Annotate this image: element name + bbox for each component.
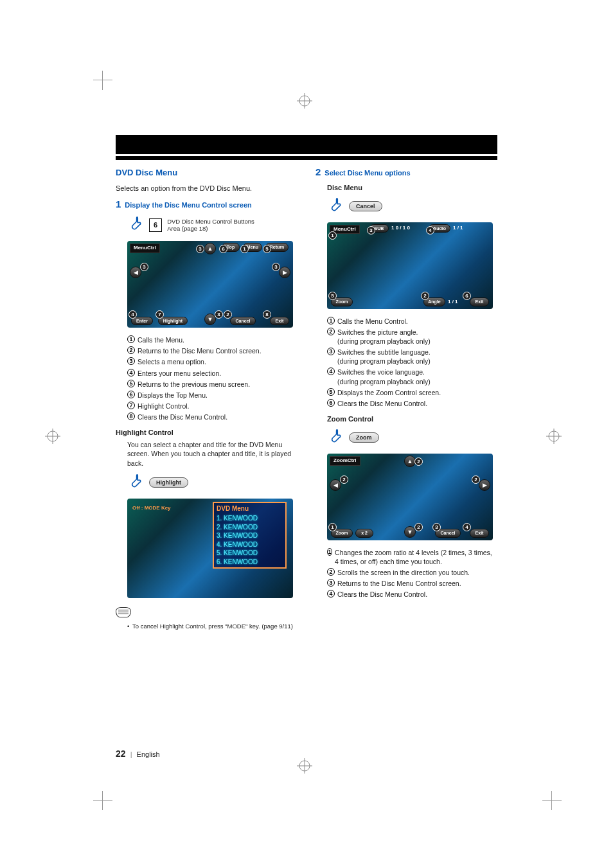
exit-button[interactable]: Exit <box>270 317 289 325</box>
dvd-menu-item[interactable]: 6. KENWOOD <box>217 558 283 567</box>
callout-2d: 2 <box>414 523 423 531</box>
legend-text: Highlight Control. <box>138 402 190 411</box>
legend-text: Selects a menu option. <box>138 357 206 366</box>
callout-1: 1 <box>328 231 337 240</box>
arrow-left-icon[interactable]: ◀ <box>330 479 341 491</box>
legend-text: Returns to the previous menu screen. <box>138 380 250 389</box>
dvd-menu-item[interactable]: 4. KENWOOD <box>217 540 283 549</box>
legend-num: 1 <box>327 548 332 556</box>
callout-4: 4 <box>463 523 471 531</box>
touch-hand-icon <box>327 428 344 447</box>
legend-text: Enters your menu selection. <box>138 369 221 378</box>
legend-num: 4 <box>127 369 135 376</box>
legend-sub: (during program playback only) <box>337 337 431 345</box>
callout-2: 2 <box>224 310 232 319</box>
callout-3c: 3 <box>272 263 280 271</box>
exit-button[interactable]: Exit <box>470 529 489 537</box>
touch-caption: DVD Disc Menu Control Buttons Area (page… <box>167 218 263 233</box>
exit-button[interactable]: Exit <box>470 297 489 306</box>
legend-num: 6 <box>327 399 335 407</box>
dvd-menu-overlay: DVD Menu 1. KENWOOD 2. KENWOOD 3. KENWOO… <box>213 502 287 569</box>
step-text: Select Disc Menu options <box>324 167 410 178</box>
dvd-menu-item[interactable]: 5. KENWOOD <box>217 549 283 558</box>
legend-num: 4 <box>327 368 335 375</box>
legend-num: 4 <box>327 590 335 598</box>
zoomctrl-tag: ZoomCtrl <box>330 456 360 466</box>
legend-num: 7 <box>127 402 135 409</box>
discmenu-legend: 1Calls the Menu Control. 2Switches the p… <box>327 317 497 409</box>
note-icon <box>116 607 131 617</box>
callout-4: 4 <box>426 226 434 235</box>
dvd-menu-item[interactable]: 2. KENWOOD <box>217 523 283 532</box>
header-bar-thick <box>116 135 497 154</box>
note-list: To cancel Highlight Control, press "MODE… <box>127 623 298 631</box>
callout-1: 1 <box>240 245 249 253</box>
callout-2: 2 <box>414 457 423 466</box>
touch-hand-icon <box>127 215 144 235</box>
legend-text: Switches the subtitle language. <box>337 348 431 356</box>
callout-3: 3 <box>432 523 441 531</box>
callout-3b: 3 <box>140 263 148 271</box>
zoom-head: Zoom Control <box>327 414 497 424</box>
dvd-menu-title: DVD Menu <box>217 504 283 513</box>
callout-8: 8 <box>263 310 271 319</box>
mode-label: Off : MODE Key <box>132 505 171 512</box>
menuctrl-screenshot: MenuCtrl ▲ 3 Top 6 Menu 1 Return 5 ◀ 3 ▶… <box>127 241 293 328</box>
step-1: 1 Display the Disc Menu Control screen <box>116 199 298 210</box>
step-number: 1 <box>116 199 121 209</box>
dvd-menu-item[interactable]: 1. KENWOOD <box>217 514 283 523</box>
cancel-button[interactable]: Cancel <box>230 317 256 325</box>
callout-2: 2 <box>421 292 429 300</box>
legend-num: 5 <box>127 380 135 387</box>
callout-3d: 3 <box>215 310 223 319</box>
legend-text: Displays the Top Menu. <box>138 391 208 400</box>
touch-hand-icon <box>127 473 144 492</box>
legend-text: Returns to the Disc Menu Control screen. <box>138 346 262 355</box>
audio-value: 1 / 1 <box>453 225 463 232</box>
page-number: 22 <box>116 748 126 759</box>
arrow-right-icon[interactable]: ▶ <box>279 267 290 278</box>
sub-value: 1 0 / 1 0 <box>391 225 410 232</box>
legend-text: Calls the Menu Control. <box>337 317 408 326</box>
legend-num: 3 <box>327 579 335 587</box>
legend-text: Changes the zoom ratio at 4 levels (2 ti… <box>335 548 497 566</box>
zoom-pill-button[interactable]: Zoom <box>349 432 379 443</box>
callout-5: 5 <box>263 245 271 253</box>
touch-area-keycap: 6 <box>149 218 162 232</box>
zoom-value[interactable]: x 2 <box>355 529 373 537</box>
callout-1: 1 <box>328 523 337 531</box>
legend-text: Switches the picture angle. <box>337 328 418 336</box>
page-footer: 22 | English <box>116 748 160 759</box>
callout-3: 3 <box>367 226 375 235</box>
cancel-pill-button[interactable]: Cancel <box>349 201 382 211</box>
arrow-left-icon[interactable]: ◀ <box>130 267 141 278</box>
highlight-pill-button[interactable]: Highlight <box>149 477 188 488</box>
reg-mark-right <box>546 429 562 444</box>
discmenu-head: Disc Menu <box>327 183 497 193</box>
legend-text: Displays the Zoom Control screen. <box>337 388 441 397</box>
legend-sub: (during program playback only) <box>337 357 431 365</box>
touch-hand-icon <box>327 197 344 216</box>
arrow-up-icon[interactable]: ▲ <box>204 243 216 254</box>
legend-num: 8 <box>127 412 135 420</box>
step-number: 2 <box>315 167 321 177</box>
reg-mark-top <box>297 93 312 109</box>
legend-num: 1 <box>327 317 335 324</box>
callout-3: 3 <box>196 245 204 253</box>
legend-num: 2 <box>127 346 135 354</box>
highlight-head: Highlight Control <box>116 428 298 438</box>
callout-6: 6 <box>219 245 227 253</box>
highlight-button[interactable]: Highlight <box>158 317 188 325</box>
callout-7: 7 <box>155 310 164 319</box>
arrow-right-icon[interactable]: ▶ <box>479 479 490 491</box>
dvd-menu-item[interactable]: 3. KENWOOD <box>217 531 283 540</box>
crop-mark <box>93 791 112 810</box>
legend-text: Returns to the Disc Menu Control screen. <box>337 579 461 588</box>
zoom-legend: 1Changes the zoom ratio at 4 levels (2 t… <box>327 548 497 599</box>
legend-num: 5 <box>327 388 335 396</box>
legend-num: 3 <box>327 348 335 355</box>
legend-num: 2 <box>327 328 335 335</box>
note-text: To cancel Highlight Control, press "MODE… <box>127 623 298 631</box>
discmenu-screenshot: MenuCtrl 1 SUB 3 1 0 / 1 0 Audio 4 1 / 1… <box>327 222 493 309</box>
legend-text: Switches the voice language. <box>337 368 425 376</box>
